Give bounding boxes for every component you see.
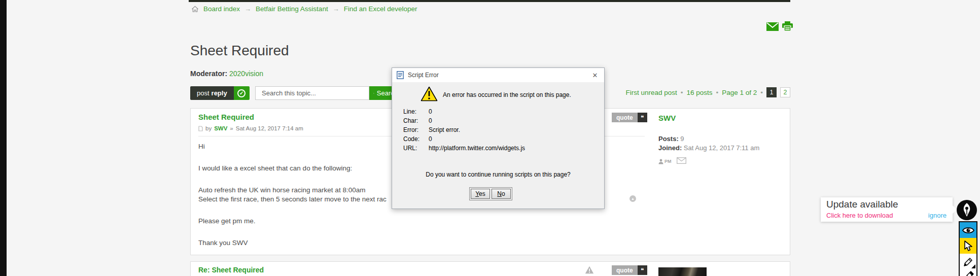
cursor-icon	[964, 240, 973, 252]
eraser-tool-button[interactable]	[960, 269, 976, 276]
update-ignore-link[interactable]: ignore	[928, 212, 947, 219]
dialog-title: Script Error	[408, 72, 586, 79]
post-title-link[interactable]: Sheet Required	[198, 113, 254, 121]
search-icon	[373, 90, 374, 97]
script-error-dialog: Script Error ✕ An error has occurred in …	[392, 67, 605, 209]
post-byline: by SWV » Sat Aug 12, 2017 7:14 am	[198, 125, 303, 131]
moderator-link[interactable]: 2020vision	[229, 70, 263, 78]
eye-icon	[962, 226, 974, 234]
detail-row: Char:0	[403, 116, 525, 125]
pen-tool-button[interactable]	[960, 254, 976, 269]
dialog-question: Do you want to continue running scripts …	[392, 171, 604, 178]
first-unread-link[interactable]: First unread post	[625, 89, 677, 96]
post-icon	[198, 126, 203, 131]
quote-button[interactable]: quote ❝	[612, 113, 647, 122]
home-icon[interactable]	[191, 6, 199, 13]
breadcrumb-link-board-index[interactable]: Board index	[203, 5, 240, 13]
profile-posts: Posts: 9	[658, 134, 785, 144]
pagination-dot: •	[716, 89, 718, 96]
email-topic-icon[interactable]	[766, 22, 779, 33]
pencil-icon	[963, 256, 974, 267]
no-button[interactable]: No	[492, 189, 511, 199]
update-download-link[interactable]: Click here to download	[826, 212, 893, 219]
moderator-label: Moderator:	[190, 70, 227, 78]
toggle-visibility-button[interactable]	[960, 222, 976, 238]
quote-button-label: quote	[612, 113, 638, 122]
page-number-2[interactable]: 2	[780, 87, 790, 97]
close-icon[interactable]: ✕	[590, 72, 600, 79]
post-reply-icon: ✓	[234, 86, 250, 100]
pagination: First unread post • 16 posts • Page 1 of…	[625, 87, 790, 97]
breadcrumb-link-topic[interactable]: Find an Excel developer	[344, 5, 417, 13]
content-top-border	[189, 0, 790, 2]
user-icon	[658, 159, 663, 164]
warning-icon	[421, 86, 438, 104]
byline-by-label: by	[205, 125, 212, 131]
pen-toolbar	[959, 221, 977, 276]
quote-icon: ❝	[638, 265, 647, 275]
post-reply-button[interactable]: postreply ✓	[190, 86, 250, 100]
dialog-titlebar[interactable]: Script Error ✕	[392, 68, 604, 82]
moderator-line: Moderator: 2020vision	[190, 70, 263, 78]
quote-icon: ❝	[638, 113, 647, 122]
page-title: Sheet Required	[190, 43, 289, 59]
report-post-icon[interactable]	[585, 266, 594, 276]
dialog-details: Line:0 Char:0 Error:Script error. Code:0…	[403, 107, 525, 153]
post-panel-2: Re: Sheet Required quote ❝	[190, 261, 790, 276]
post-paragraph: Please get pm me.	[198, 217, 635, 226]
page: Board index → Betfair Betting Assistant …	[0, 0, 980, 276]
detail-row: URL:http://platform.twitter.com/widgets.…	[403, 144, 525, 153]
cursor-tool-button[interactable]	[960, 238, 976, 254]
page-number-1: 1	[766, 87, 777, 97]
breadcrumb-link-forum[interactable]: Betfair Betting Assistant	[256, 5, 328, 13]
search-input[interactable]	[255, 86, 369, 100]
back-to-top-icon[interactable]: ▲	[629, 195, 636, 202]
update-title: Update available	[826, 199, 898, 210]
left-edge-bar	[0, 0, 7, 276]
pm-label: PM	[664, 159, 672, 164]
detail-row: Code:0	[403, 134, 525, 144]
quote-button[interactable]: quote ❝	[612, 265, 647, 275]
dialog-buttons: Yes No	[469, 187, 512, 200]
avatar	[658, 267, 707, 276]
byline-separator: »	[230, 125, 233, 131]
print-topic-icon[interactable]	[782, 21, 793, 33]
update-notification: Update available Click here to download …	[821, 197, 953, 222]
pagination-dot: •	[681, 89, 683, 96]
page-info: Page 1 of 2	[722, 89, 757, 96]
breadcrumb-arrow-icon: →	[333, 5, 339, 13]
eraser-icon	[963, 269, 974, 276]
pagination-dot: •	[760, 89, 763, 96]
yes-button[interactable]: Yes	[471, 189, 490, 199]
detail-row: Error:Script error.	[403, 125, 525, 134]
profile-joined: Joined: Sat Aug 12, 2017 7:11 am	[658, 144, 785, 153]
breadcrumb: Board index → Betfair Betting Assistant …	[191, 5, 417, 13]
email-user-icon[interactable]	[677, 157, 686, 165]
quote-button-label: quote	[612, 265, 638, 275]
author-profile: SWV Posts: 9 Joined: Sat Aug 12, 2017 7:…	[658, 114, 785, 165]
script-document-icon	[397, 71, 404, 79]
pen-app-logo-icon[interactable]	[957, 200, 977, 220]
post-paragraph: Thank you SWV	[198, 238, 635, 248]
profile-username-link[interactable]: SWV	[658, 114, 676, 122]
post-title-link[interactable]: Re: Sheet Required	[198, 266, 264, 274]
author-link: SWV	[214, 125, 227, 131]
detail-row: Line:0	[403, 107, 525, 116]
post-reply-label: postreply	[190, 86, 234, 100]
page-actions	[766, 21, 793, 33]
private-message-button[interactable]: PM	[658, 159, 672, 164]
breadcrumb-arrow-icon: →	[244, 5, 251, 13]
post-date: Sat Aug 12, 2017 7:14 am	[236, 125, 303, 131]
dialog-message: An error has occurred in the script on t…	[443, 91, 571, 98]
posts-count: 16 posts	[686, 89, 712, 96]
